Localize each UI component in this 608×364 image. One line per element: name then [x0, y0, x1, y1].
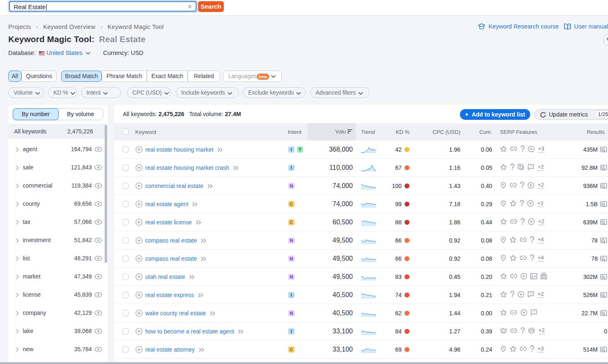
svg-text:?: ? [533, 310, 535, 314]
svg-text:?: ? [530, 292, 532, 296]
svg-text:AD: AD [541, 275, 546, 279]
svg-text:?: ? [530, 164, 532, 169]
